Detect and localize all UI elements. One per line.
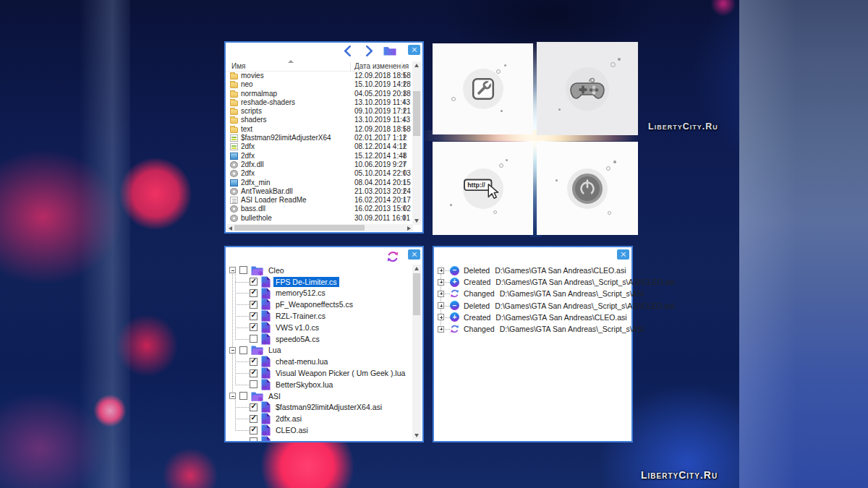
- back-button[interactable]: [344, 46, 352, 56]
- script-file-icon: [261, 424, 271, 436]
- scroll-thumb[interactable]: [413, 273, 420, 315]
- vertical-scrollbar[interactable]: [412, 265, 421, 440]
- expand-icon[interactable]: [438, 326, 444, 333]
- tree-item[interactable]: pF_Weaponeffects5.cs: [226, 299, 412, 310]
- scroll-down-icon[interactable]: [414, 434, 419, 437]
- file-row[interactable]: 2dfx 15.12.2014 1:48: [226, 152, 411, 160]
- scroll-left-icon[interactable]: [229, 226, 232, 231]
- checkbox[interactable]: [239, 266, 247, 274]
- tree-item[interactable]: FPS De-Limiter.cs: [226, 276, 412, 288]
- checkbox[interactable]: [250, 369, 258, 377]
- checkbox[interactable]: [250, 289, 258, 297]
- file-row[interactable]: 2dfx.dll 10.06.2019 9:27: [226, 160, 411, 169]
- column-name[interactable]: Имя: [231, 62, 245, 70]
- decor-dot: [558, 108, 561, 111]
- tree-item[interactable]: cheat-menu.lua: [226, 356, 412, 367]
- file-row[interactable]: normalmap 04.05.2019 20:38: [226, 90, 411, 98]
- checkbox[interactable]: [239, 346, 247, 354]
- file-row[interactable]: reshade-shaders 13.10.2019 11:43: [226, 98, 411, 107]
- refresh-icon[interactable]: [386, 250, 399, 266]
- folder-icon[interactable]: [383, 46, 396, 56]
- scroll-thumb[interactable]: [413, 91, 420, 136]
- tile-browser-shortcut[interactable]: http://: [433, 142, 533, 235]
- tree-item[interactable]: RZL-Trainer.cs: [226, 310, 412, 322]
- log-entry[interactable]: Created D:\Games\GTA San Andreas\_Script…: [434, 276, 629, 288]
- tree-group-row[interactable]: Cleo: [226, 265, 412, 276]
- file-row[interactable]: AntTweakBar.dll 21.03.2013 20:24: [226, 187, 411, 196]
- tree-item[interactable]: 2dfx.asi: [226, 413, 412, 424]
- file-row[interactable]: movies 12.09.2018 18:58: [226, 72, 411, 80]
- tree-item[interactable]: VWS v1.0.cs: [226, 322, 412, 333]
- file-icon: [230, 153, 238, 160]
- checkbox[interactable]: [250, 415, 258, 423]
- log-entry[interactable]: Deleted D:\Games\GTA San Andreas\_Script…: [434, 300, 629, 312]
- file-icon: [230, 170, 238, 177]
- file-row[interactable]: text 12.09.2018 18:58: [226, 125, 411, 134]
- file-name: 2dfx.dll: [241, 160, 351, 168]
- file-name: $fastman92limitAdjusterX64: [241, 134, 351, 142]
- file-row[interactable]: 2dfx 05.10.2014 22:03: [226, 169, 411, 178]
- collapse-icon[interactable]: [229, 347, 236, 354]
- tree-item[interactable]: [226, 436, 412, 441]
- close-button[interactable]: [408, 249, 420, 260]
- scroll-up-icon[interactable]: [414, 267, 419, 270]
- collapse-icon[interactable]: [229, 393, 236, 399]
- tree-item[interactable]: memory512.cs: [226, 288, 412, 299]
- log-entry[interactable]: Changed D:\Games\GTA San Andreas\_Script…: [434, 288, 629, 299]
- expand-icon[interactable]: [438, 302, 444, 309]
- vertical-scrollbar[interactable]: [412, 61, 421, 225]
- tree-item[interactable]: Visual Weapon Picker ( Um Geek ).lua: [226, 367, 412, 379]
- checkbox[interactable]: [250, 403, 258, 411]
- tree-item[interactable]: speedo5A.cs: [226, 333, 412, 345]
- checkbox[interactable]: [250, 335, 258, 343]
- column-date[interactable]: Дата изменения: [354, 62, 409, 70]
- tile-power-shortcut[interactable]: [537, 142, 638, 235]
- url-cursor-icon: http://: [463, 168, 503, 209]
- column-separator[interactable]: [401, 62, 402, 71]
- tile-tools-shortcut[interactable]: [433, 43, 533, 134]
- checkbox[interactable]: [250, 323, 258, 331]
- file-row[interactable]: 2dfx 08.12.2014 4:12: [226, 142, 411, 151]
- forward-button[interactable]: [365, 46, 373, 56]
- tile-gamepad-shortcut[interactable]: [537, 42, 638, 135]
- log-entry[interactable]: Created D:\Games\GTA San Andreas\CLEO.as…: [434, 312, 629, 323]
- tree-item[interactable]: $fastman92limitAdjusterX64.asi: [226, 402, 412, 414]
- checkbox[interactable]: [250, 437, 258, 441]
- tree-group-row[interactable]: ASI: [226, 390, 412, 402]
- file-row[interactable]: shaders 13.10.2019 11:43: [226, 116, 411, 124]
- file-row[interactable]: bullethole 30.09.2011 16:01: [226, 214, 411, 223]
- log-entry[interactable]: Deleted D:\Games\GTA San Andreas\CLEO.as…: [434, 265, 629, 276]
- checkbox[interactable]: [250, 278, 258, 286]
- expand-icon[interactable]: [438, 314, 444, 320]
- checkbox[interactable]: [250, 427, 258, 435]
- collapse-icon[interactable]: [229, 267, 236, 273]
- scroll-thumb[interactable]: [234, 225, 365, 231]
- file-row[interactable]: $fastman92limitAdjusterX64 02.01.2017 1:…: [226, 134, 411, 142]
- decor-dot: [499, 163, 503, 168]
- scroll-up-icon[interactable]: [414, 64, 419, 67]
- file-row[interactable]: scripts 09.10.2019 17:21: [226, 107, 411, 116]
- column-separator[interactable]: [350, 62, 351, 71]
- tree-item[interactable]: CLEO.asi: [226, 424, 412, 436]
- scroll-right-icon[interactable]: [407, 226, 411, 231]
- tree-item[interactable]: BetterSkybox.lua: [226, 379, 412, 390]
- file-row[interactable]: neo 15.10.2019 14:28: [226, 80, 411, 89]
- close-button[interactable]: [408, 45, 420, 55]
- tree-group-row[interactable]: Lua: [226, 345, 412, 356]
- close-button[interactable]: [617, 249, 629, 260]
- expand-icon[interactable]: [438, 279, 444, 286]
- checkbox[interactable]: [250, 380, 258, 388]
- file-row[interactable]: bass.dll 16.02.2013 15:02: [226, 205, 411, 213]
- horizontal-scrollbar[interactable]: [226, 224, 413, 231]
- scroll-down-icon[interactable]: [414, 219, 419, 223]
- log-entry[interactable]: Changed D:\Games\GTA San Andreas\_Script…: [434, 323, 629, 335]
- file-row[interactable]: 2dfx_min 08.04.2014 20:15: [226, 179, 411, 187]
- expand-icon[interactable]: [438, 291, 444, 297]
- checkbox[interactable]: [250, 312, 258, 320]
- file-row[interactable]: ASI Loader ReadMe 16.02.2014 20:17: [226, 196, 411, 205]
- file-name: text: [241, 125, 351, 133]
- checkbox[interactable]: [250, 358, 258, 366]
- checkbox[interactable]: [250, 301, 258, 309]
- checkbox[interactable]: [239, 392, 247, 400]
- expand-icon[interactable]: [438, 267, 444, 274]
